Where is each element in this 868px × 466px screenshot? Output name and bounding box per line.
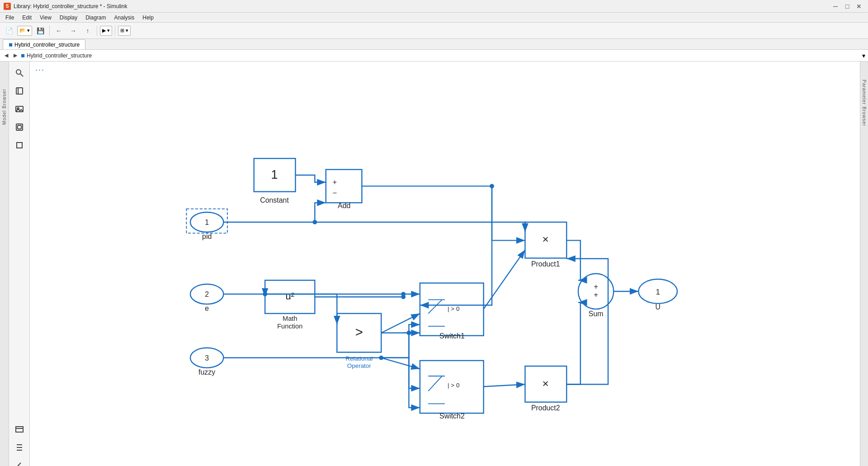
menu-edit[interactable]: Edit (19, 14, 35, 22)
menu-display[interactable]: Display (56, 14, 81, 22)
canvas-area[interactable]: ··· 1 Constant + − Add 1 pid (30, 62, 860, 466)
e-label: e (205, 304, 209, 312)
minimize-button[interactable]: ─ (830, 2, 841, 11)
switch2-label: Switch2 (439, 412, 465, 420)
collapse-btn[interactable] (12, 458, 27, 466)
bottom-btn1[interactable] (12, 422, 27, 437)
search-btn[interactable] (12, 65, 27, 81)
constant-label: Constant (260, 196, 289, 204)
svg-text:u²: u² (285, 290, 294, 302)
window-title: Library: Hybrid_controller_structure * -… (14, 3, 127, 10)
add-block[interactable] (326, 170, 362, 203)
menubar: FileEditViewDisplayDiagramAnalysisHelp (0, 13, 868, 23)
addr-forward[interactable]: ▶ (12, 52, 19, 59)
menu-help[interactable]: Help (139, 14, 157, 22)
sum-label: Sum (589, 310, 604, 318)
image-btn[interactable] (12, 101, 27, 117)
menu-file[interactable]: File (2, 14, 18, 22)
switch1-label: Switch1 (439, 332, 465, 340)
app-icon: S (4, 3, 11, 10)
dots-indicator: ··· (35, 65, 45, 75)
addr-back[interactable]: ◀ (3, 52, 10, 59)
svg-text:+: + (594, 290, 598, 299)
tabstrip: ◼ Hybrid_controller_structure (0, 39, 868, 50)
right-sidebar: Parameter Browser (860, 62, 868, 466)
svg-rect-2 (16, 88, 23, 94)
svg-text:1: 1 (205, 219, 209, 226)
fit-btn[interactable] (12, 83, 27, 99)
titlebar-controls: ─ □ ✕ (830, 2, 864, 11)
run-dropdown[interactable]: ▶ ▾ (100, 26, 112, 36)
titlebar-left: S Library: Hybrid_controller_structure *… (4, 3, 127, 10)
bottom-btn2[interactable] (12, 440, 27, 455)
model-browser-label: Model Browser (2, 89, 7, 125)
fuzzy-label: fuzzy (198, 368, 215, 376)
parameter-browser-label: Parameter Browser (862, 80, 867, 126)
addr-dropdown[interactable]: ▾ (862, 52, 865, 59)
svg-text:Function: Function (277, 323, 302, 330)
layer-btn[interactable] (12, 119, 27, 135)
svg-point-49 (490, 184, 494, 189)
titlebar: S Library: Hybrid_controller_structure *… (0, 0, 868, 13)
svg-text:+: + (333, 178, 337, 186)
svg-text:×: × (542, 233, 549, 245)
breadcrumb: Hybrid_controller_structure (27, 52, 92, 59)
svg-rect-7 (18, 125, 21, 129)
panel-nav (9, 62, 30, 466)
main-area: Model Browser (0, 62, 868, 466)
U-label: U (655, 303, 660, 311)
undo-btn[interactable]: ← (52, 25, 65, 37)
shape-btn[interactable] (12, 138, 27, 153)
svg-line-1 (20, 74, 23, 76)
svg-point-0 (16, 70, 21, 74)
simulink-diagram: 1 Constant + − Add 1 pid u² Math Functio… (30, 62, 860, 466)
svg-text:>: > (355, 324, 363, 339)
svg-text:2: 2 (205, 290, 209, 298)
save-btn[interactable]: 💾 (34, 25, 47, 37)
relop-label2: Operator (347, 362, 372, 369)
svg-text:+: + (594, 282, 598, 291)
addressbar: ◀ ▶ ◼ Hybrid_controller_structure ▾ (0, 50, 868, 62)
math-function-label: Math (283, 315, 297, 322)
left-sidebar: Model Browser (0, 62, 9, 466)
svg-rect-9 (16, 427, 23, 432)
svg-text:−: − (333, 189, 337, 197)
product1-label: Product1 (531, 260, 560, 268)
tab-main[interactable]: ◼ Hybrid_controller_structure (3, 39, 85, 49)
close-button[interactable]: ✕ (854, 2, 864, 11)
svg-text:×: × (542, 377, 549, 390)
redo-btn[interactable]: → (67, 25, 80, 37)
svg-text:1: 1 (656, 287, 660, 296)
layout-dropdown[interactable]: ⊞ ▾ (118, 26, 131, 36)
menu-diagram[interactable]: Diagram (82, 14, 109, 22)
maximize-button[interactable]: □ (842, 2, 853, 11)
new-btn[interactable]: 📄 (3, 25, 15, 37)
svg-text:| > 0: | > 0 (448, 382, 459, 389)
toolbar: 📄 📂 ▾ 💾 ← → ↑ ▶ ▾ ⊞ ▾ (0, 23, 868, 39)
up-btn[interactable]: ↑ (81, 25, 94, 37)
svg-text:1: 1 (271, 168, 278, 181)
svg-text:| > 0: | > 0 (448, 305, 459, 312)
open-dropdown[interactable]: 📂 ▾ (17, 26, 32, 36)
svg-rect-8 (17, 143, 22, 148)
add-label: Add (338, 202, 350, 209)
relop-label1: Relational (345, 355, 373, 362)
menu-view[interactable]: View (36, 14, 55, 22)
product2-label: Product2 (531, 404, 560, 412)
menu-analysis[interactable]: Analysis (111, 14, 138, 22)
svg-point-45 (401, 295, 406, 299)
svg-text:3: 3 (205, 354, 209, 362)
